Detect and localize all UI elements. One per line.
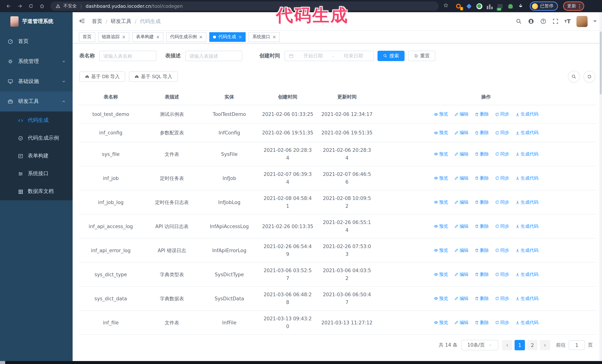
tab-1[interactable]: 链路追踪× xyxy=(98,32,129,42)
action-edit[interactable]: 编辑 xyxy=(454,174,468,182)
browser-back-icon[interactable] xyxy=(4,1,13,11)
action-generate[interactable]: 生成代码 xyxy=(515,270,538,278)
import-db-button[interactable]: 基于 DB 导入 xyxy=(79,72,125,82)
action-edit[interactable]: 编辑 xyxy=(454,270,468,278)
action-edit[interactable]: 编辑 xyxy=(454,295,468,302)
browser-profile-chip[interactable]: 已暂停 xyxy=(530,1,558,11)
date-range-picker[interactable]: 开始日期 - 结束日期 xyxy=(285,51,374,61)
action-preview[interactable]: 预览 xyxy=(434,174,448,182)
table-name-input[interactable] xyxy=(99,51,156,61)
browser-forward-icon[interactable] xyxy=(15,1,24,11)
action-preview[interactable]: 预览 xyxy=(434,222,448,230)
tab-2[interactable]: 表单构建× xyxy=(132,32,163,42)
tab-0[interactable]: 首页 xyxy=(79,32,95,42)
tab-close-icon[interactable]: × xyxy=(238,35,242,39)
action-preview[interactable]: 预览 xyxy=(434,295,448,302)
help-icon[interactable] xyxy=(540,18,547,25)
action-sync[interactable]: 同步 xyxy=(495,222,509,230)
action-sync[interactable]: 同步 xyxy=(495,270,509,278)
action-delete[interactable]: 删除 xyxy=(474,270,489,278)
action-delete[interactable]: 删除 xyxy=(474,246,489,254)
action-generate[interactable]: 生成代码 xyxy=(515,110,538,118)
action-preview[interactable]: 预览 xyxy=(434,129,448,137)
action-edit[interactable]: 编辑 xyxy=(454,246,468,254)
action-edit[interactable]: 编辑 xyxy=(454,222,468,230)
page-size-select[interactable]: 10条/页 xyxy=(461,340,498,350)
action-generate[interactable]: 生成代码 xyxy=(515,174,538,182)
action-generate[interactable]: 生成代码 xyxy=(515,198,538,206)
extension-shield-icon[interactable] xyxy=(476,3,482,9)
next-page-button[interactable]: › xyxy=(540,340,550,350)
import-sql-button[interactable]: 基于 SQL 导入 xyxy=(129,72,178,82)
action-preview[interactable]: 预览 xyxy=(434,319,448,326)
font-size-icon[interactable]: TT xyxy=(564,18,571,25)
address-bar[interactable]: 不安全 | dashboard.yudao.iocoder.cn/tool/co… xyxy=(50,1,439,11)
action-edit[interactable]: 编辑 xyxy=(454,319,468,326)
sidebar-subitem-0[interactable]: 代码生成 xyxy=(0,112,73,129)
action-preview[interactable]: 预览 xyxy=(434,198,448,206)
action-delete[interactable]: 删除 xyxy=(474,150,489,158)
sidebar-subitem-2[interactable]: 表单构建 xyxy=(0,147,73,165)
refresh-table-button[interactable] xyxy=(583,71,595,83)
action-sync[interactable]: 同步 xyxy=(495,174,509,182)
goto-page-input[interactable] xyxy=(569,340,585,350)
reset-button[interactable]: 重置 xyxy=(408,51,435,61)
sidebar-collapse-icon[interactable] xyxy=(78,17,87,25)
scrollbar-thumb[interactable] xyxy=(600,31,602,94)
action-delete[interactable]: 删除 xyxy=(474,129,489,137)
page-button-1[interactable]: 1 xyxy=(515,340,525,350)
table-desc-input[interactable] xyxy=(185,51,242,61)
extension-columns-icon[interactable] xyxy=(486,3,493,9)
action-edit[interactable]: 编辑 xyxy=(454,129,468,137)
sidebar-subitem-4[interactable]: 数据库文档 xyxy=(0,183,73,200)
action-delete[interactable]: 删除 xyxy=(474,198,489,206)
sidebar-subitem-3[interactable]: 系统接口 xyxy=(0,165,73,183)
search-button[interactable]: 搜索 xyxy=(377,51,405,61)
sidebar-item-3[interactable]: 研发工具 xyxy=(0,92,73,112)
sidebar-item-0[interactable]: 首页 xyxy=(0,31,73,52)
tab-close-icon[interactable]: × xyxy=(272,35,276,39)
extension-gem-icon[interactable] xyxy=(466,3,472,9)
page-button-2[interactable]: 2 xyxy=(527,340,538,350)
start-date-placeholder[interactable]: 开始日期 xyxy=(297,52,329,59)
browser-update-button[interactable]: 更新 xyxy=(563,1,584,11)
action-edit[interactable]: 编辑 xyxy=(454,150,468,158)
action-edit[interactable]: 编辑 xyxy=(454,198,468,206)
action-generate[interactable]: 生成代码 xyxy=(515,295,538,302)
action-sync[interactable]: 同步 xyxy=(495,319,509,326)
action-preview[interactable]: 预览 xyxy=(434,270,448,278)
page-scrollbar[interactable] xyxy=(599,12,602,361)
extension-orange-icon[interactable]: 1 xyxy=(455,3,462,9)
github-icon[interactable] xyxy=(527,18,534,25)
action-delete[interactable]: 删除 xyxy=(474,295,489,302)
action-sync[interactable]: 同步 xyxy=(495,129,509,137)
toggle-search-button[interactable] xyxy=(568,71,580,83)
extensions-puzzle-icon[interactable] xyxy=(517,3,524,9)
tab-close-icon[interactable]: × xyxy=(199,35,203,39)
tab-close-icon[interactable]: × xyxy=(122,35,126,39)
action-preview[interactable]: 预览 xyxy=(434,246,448,254)
action-edit[interactable]: 编辑 xyxy=(454,110,468,118)
sidebar-item-2[interactable]: 基础设施 xyxy=(0,72,73,92)
browser-home-icon[interactable] xyxy=(37,1,47,11)
action-sync[interactable]: 同步 xyxy=(495,246,509,254)
extension-switch-icon[interactable]: on xyxy=(497,3,503,9)
action-sync[interactable]: 同步 xyxy=(495,150,509,158)
sidebar-subitem-1[interactable]: 代码生成示例 xyxy=(0,129,73,147)
tab-3[interactable]: 代码生成示例× xyxy=(166,32,206,42)
action-generate[interactable]: 生成代码 xyxy=(515,246,538,254)
bookmark-star-icon[interactable] xyxy=(443,3,449,10)
tab-5[interactable]: 系统接口× xyxy=(249,32,280,42)
browser-menu-icon[interactable] xyxy=(579,4,580,9)
tab-4[interactable]: 代码生成× xyxy=(209,32,246,42)
action-delete[interactable]: 删除 xyxy=(474,174,489,182)
avatar-caret-icon[interactable] xyxy=(593,20,597,24)
prev-page-button[interactable]: ‹ xyxy=(502,340,512,350)
fullscreen-icon[interactable] xyxy=(552,18,559,25)
header-search-icon[interactable] xyxy=(515,18,522,25)
end-date-placeholder[interactable]: 结束日期 xyxy=(337,52,370,59)
extension-bot-icon[interactable] xyxy=(507,3,514,9)
action-preview[interactable]: 预览 xyxy=(434,110,448,118)
action-generate[interactable]: 生成代码 xyxy=(515,150,538,158)
action-sync[interactable]: 同步 xyxy=(495,198,509,206)
